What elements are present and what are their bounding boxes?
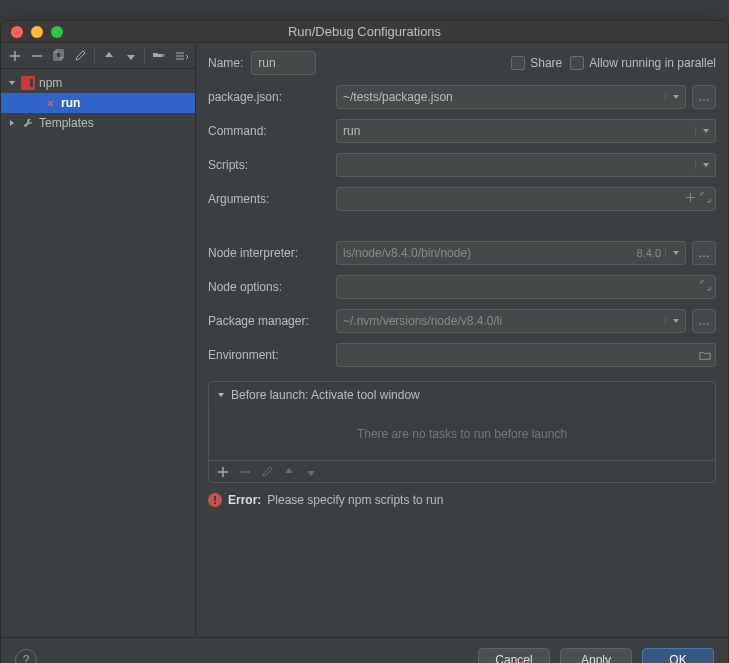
tree-node-label: run <box>61 96 80 110</box>
svg-rect-1 <box>56 50 63 58</box>
chevron-down-icon <box>695 161 715 169</box>
chevron-down-icon <box>217 388 225 402</box>
arguments-label: Arguments: <box>208 192 326 206</box>
chevron-down-icon <box>7 79 17 87</box>
command-label: Command: <box>208 124 326 138</box>
copy-config-button[interactable] <box>49 46 69 66</box>
error-row: ! Error: Please specify npm scripts to r… <box>208 483 716 511</box>
traffic-lights <box>1 26 63 38</box>
node-interpreter-combo[interactable]: is/node/v8.4.0/bin/node) 8.4.0 <box>336 241 686 265</box>
task-up-button <box>279 462 299 482</box>
chevron-right-icon <box>7 119 17 127</box>
browse-interpreter-button[interactable]: … <box>692 241 716 265</box>
chevron-down-icon <box>665 249 685 257</box>
plus-icon[interactable] <box>685 192 696 206</box>
window-title: Run/Debug Configurations <box>1 24 728 39</box>
package-manager-value: ~/.nvm/versions/node/v8.4.0/li <box>337 314 665 328</box>
toolbar-separator <box>94 48 95 64</box>
before-launch-toolbar <box>209 460 715 482</box>
add-task-button[interactable] <box>213 462 233 482</box>
error-message: Please specify npm scripts to run <box>267 493 443 507</box>
node-interpreter-value: is/node/v8.4.0/bin/node) <box>337 246 637 260</box>
sidebar: npm ✕ run Templates <box>1 43 196 637</box>
error-icon: ! <box>208 493 222 507</box>
checkbox-icon <box>570 56 584 70</box>
remove-task-button <box>235 462 255 482</box>
browse-package-manager-button[interactable]: … <box>692 309 716 333</box>
move-down-button[interactable] <box>121 46 141 66</box>
environment-label: Environment: <box>208 348 326 362</box>
package-json-label: package.json: <box>208 90 326 104</box>
package-json-combo[interactable]: ~/tests/package.json <box>336 85 686 109</box>
package-manager-label: Package manager: <box>208 314 326 328</box>
run-debug-configurations-dialog: Run/Debug Configurations <box>0 20 729 663</box>
expand-icon[interactable] <box>700 192 711 206</box>
task-down-button <box>301 462 321 482</box>
remove-config-button[interactable] <box>27 46 47 66</box>
share-checkbox[interactable]: Share <box>511 56 562 70</box>
scripts-label: Scripts: <box>208 158 326 172</box>
browse-package-json-button[interactable]: … <box>692 85 716 109</box>
move-up-button[interactable] <box>99 46 119 66</box>
toolbar-separator <box>144 48 145 64</box>
chevron-down-icon <box>695 127 715 135</box>
error-icon: ✕ <box>43 96 57 110</box>
node-version-badge: 8.4.0 <box>637 247 665 259</box>
node-interpreter-label: Node interpreter: <box>208 246 326 260</box>
footer: ? Cancel Apply OK <box>1 638 728 663</box>
package-manager-combo[interactable]: ~/.nvm/versions/node/v8.4.0/li <box>336 309 686 333</box>
titlebar: Run/Debug Configurations <box>1 21 728 43</box>
command-value: run <box>337 124 695 138</box>
environment-input[interactable] <box>336 343 716 367</box>
before-launch-title: Before launch: Activate tool window <box>231 388 420 402</box>
parallel-label: Allow running in parallel <box>589 56 716 70</box>
edit-task-button <box>257 462 277 482</box>
content: npm ✕ run Templates <box>1 43 728 663</box>
checkbox-icon <box>511 56 525 70</box>
before-launch-header[interactable]: Before launch: Activate tool window <box>209 382 715 408</box>
folder-button[interactable] <box>149 46 169 66</box>
name-input[interactable] <box>251 51 316 75</box>
tree-node-run[interactable]: ✕ run <box>1 93 195 113</box>
close-window-button[interactable] <box>11 26 23 38</box>
scripts-combo[interactable] <box>336 153 716 177</box>
before-launch-empty-text: There are no tasks to run before launch <box>209 408 715 460</box>
tree-node-label: Templates <box>39 116 94 130</box>
before-launch-panel: Before launch: Activate tool window Ther… <box>208 381 716 483</box>
chevron-down-icon <box>665 317 685 325</box>
tree-node-label: npm <box>39 76 62 90</box>
cancel-button[interactable]: Cancel <box>478 648 550 663</box>
add-config-button[interactable] <box>5 46 25 66</box>
main-panel: Name: Share Allow running in parallel pa… <box>196 43 728 637</box>
node-options-label: Node options: <box>208 280 326 294</box>
parallel-checkbox[interactable]: Allow running in parallel <box>570 56 716 70</box>
error-label: Error: <box>228 493 261 507</box>
expand-icon[interactable] <box>700 280 711 294</box>
name-label: Name: <box>208 56 243 70</box>
share-label: Share <box>530 56 562 70</box>
tree-node-templates[interactable]: Templates <box>1 113 195 133</box>
svg-rect-0 <box>54 52 61 60</box>
ok-button[interactable]: OK <box>642 648 714 663</box>
top-panel: npm ✕ run Templates <box>1 43 728 638</box>
tree-node-npm[interactable]: npm <box>1 73 195 93</box>
help-button[interactable]: ? <box>15 649 37 663</box>
expand-list-button[interactable] <box>171 46 191 66</box>
arguments-input[interactable] <box>336 187 716 211</box>
minimize-window-button[interactable] <box>31 26 43 38</box>
apply-button[interactable]: Apply <box>560 648 632 663</box>
wrench-icon <box>21 116 35 130</box>
node-options-input[interactable] <box>336 275 716 299</box>
sidebar-toolbar <box>1 43 195 69</box>
maximize-window-button[interactable] <box>51 26 63 38</box>
config-form: package.json: ~/tests/package.json … Com… <box>208 85 716 367</box>
config-tree[interactable]: npm ✕ run Templates <box>1 69 195 637</box>
command-combo[interactable]: run <box>336 119 716 143</box>
package-json-value: ~/tests/package.json <box>337 90 665 104</box>
folder-icon[interactable] <box>695 349 715 361</box>
name-row: Name: Share Allow running in parallel <box>208 51 716 75</box>
npm-icon <box>21 76 35 90</box>
edit-defaults-button[interactable] <box>70 46 90 66</box>
chevron-down-icon <box>665 93 685 101</box>
